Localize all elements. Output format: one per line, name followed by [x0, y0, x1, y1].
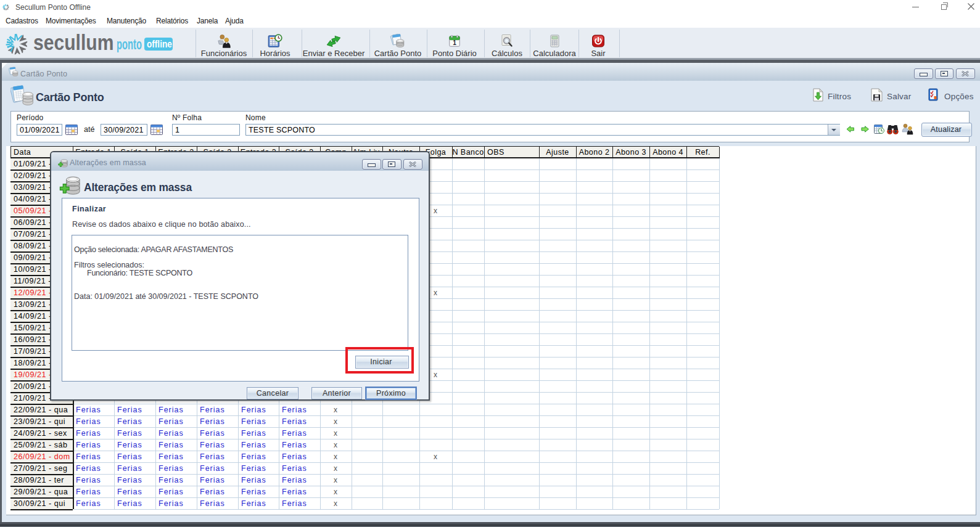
svg-text:1: 1	[453, 39, 456, 46]
